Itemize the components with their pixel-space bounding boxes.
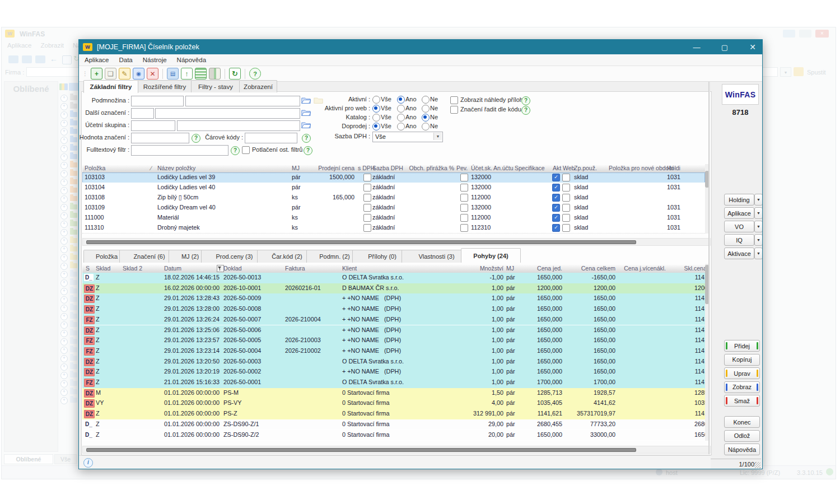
column-header-cenajed[interactable]: Cena jed.	[517, 265, 562, 272]
table-row[interactable]: FZZ21.01.2026 15:16:332026-50-0001O DELT…	[82, 377, 705, 389]
chevron-down-icon[interactable]: ▼	[754, 234, 763, 246]
hodnota-help-icon[interactable]: ?	[192, 134, 200, 143]
action-button-smaz[interactable]: Smaž	[724, 395, 760, 407]
chevron-down-icon[interactable]: ▼	[754, 194, 763, 206]
action-button-uprav[interactable]: Uprav	[724, 367, 760, 379]
radio-vse[interactable]	[372, 96, 380, 104]
maximize-button[interactable]: ▢	[715, 40, 734, 54]
cell-checkbox-akt[interactable]: ✓	[552, 204, 560, 212]
cell-checkbox-sdph[interactable]	[363, 194, 371, 202]
dalsi-oznaceni-folder-icon[interactable]	[301, 108, 311, 116]
radio-ano[interactable]	[397, 96, 405, 104]
close-button[interactable]: ✕	[743, 40, 762, 54]
cell-checkbox-akt[interactable]: ✓	[552, 184, 560, 192]
cell-checkbox-web[interactable]	[562, 224, 570, 232]
column-header-sklad[interactable]: Sklad	[96, 265, 122, 272]
column-header-datum[interactable]: Datum	[164, 265, 222, 272]
print-icon[interactable]: ▤	[167, 68, 179, 80]
radio-ano[interactable]	[397, 105, 405, 113]
column-header-holding[interactable]: Holdi	[667, 165, 705, 171]
podmnozina-folder2-icon[interactable]	[314, 96, 323, 104]
table-row[interactable]: DZZ16.02.2026 00:00:002026-10-0001202602…	[82, 283, 705, 295]
podmnozina-code-input[interactable]	[131, 96, 184, 106]
radio-ne[interactable]	[422, 114, 430, 122]
table-row[interactable]: D_Z01.01.2026 00:00:00ZS-DS90-Z/10 Start…	[82, 419, 705, 431]
movements-table-horizontal-scrollbar[interactable]	[82, 446, 711, 454]
table-row[interactable]: 111310Drobný majetekkszákladní112310✓skl…	[82, 223, 705, 234]
cell-checkbox-sdph[interactable]	[363, 224, 371, 232]
fulltext-help-icon[interactable]: ?	[231, 146, 240, 155]
column-header-cenacelkem[interactable]: Cena celkem	[565, 265, 615, 272]
cell-checkbox-pev[interactable]	[460, 194, 468, 202]
table-row[interactable]: DZM01.01.2026 00:00:00PS-M0 Startovací f…	[82, 388, 705, 399]
cell-checkbox-sdph[interactable]	[363, 214, 371, 222]
column-header-cena[interactable]: Prodejní cena	[306, 165, 354, 171]
column-header-mj[interactable]: MJ	[292, 165, 307, 171]
column-header-nazev[interactable]: Název položky	[157, 165, 290, 171]
bottom-button-konec[interactable]: Konec	[724, 416, 760, 428]
table-row[interactable]: DZZ29.01.2026 13:20:502026-50-0003O DELT…	[82, 357, 705, 368]
podmnozina-folder-icon[interactable]	[301, 96, 311, 104]
table-row[interactable]: 103103Lodičky Ladies vel 39pár1500,000zá…	[82, 172, 705, 183]
potlaceni-checkbox[interactable]	[242, 146, 250, 154]
column-header-sklad2[interactable]: Sklad 2	[123, 265, 162, 272]
delete-icon[interactable]: ✕	[147, 68, 158, 80]
table-row[interactable]: FZZ29.01.2026 13:23:572026-50-00052026-2…	[82, 335, 705, 347]
view-icon[interactable]: ◉	[133, 68, 144, 80]
dalsi-oznaceni-name-input[interactable]	[155, 108, 300, 119]
column-header-mnozstvi[interactable]: Množství	[447, 265, 503, 272]
cell-checkbox-sdph[interactable]	[363, 174, 371, 181]
copy-icon[interactable]: ❏	[105, 68, 116, 80]
filter-tab-2[interactable]: Rozšířené filtry	[137, 80, 192, 92]
chevron-down-icon[interactable]: ▼	[433, 133, 442, 140]
column-header-akt[interactable]: Akt	[553, 165, 563, 171]
splitter[interactable]	[708, 82, 710, 454]
column-header-faktura[interactable]: Faktura	[285, 265, 340, 272]
radio-vse[interactable]	[372, 114, 380, 122]
carove-help-icon[interactable]: ?	[302, 134, 311, 143]
detail-tab-9[interactable]: Pohyby (24)	[461, 248, 521, 263]
menu-item-nastroje[interactable]: Nástroje	[143, 57, 167, 63]
sidebar-dropdown-iq[interactable]: IQ	[724, 234, 754, 246]
table-row[interactable]: 103109Lodičky Dream vel 40párzákladní132…	[82, 203, 705, 213]
column-header-vicenakl[interactable]: Cena j.vícenákl.	[618, 265, 666, 272]
table-row[interactable]: DZZ29.01.2026 13:25:062026-50-0006+ +NO …	[82, 325, 705, 337]
cell-checkbox-pev[interactable]	[460, 174, 468, 181]
column-header-polozka[interactable]: Položka	[85, 165, 155, 171]
radio-ne[interactable]	[422, 96, 430, 104]
table-row[interactable]: 111000Materiálkszákladní112000✓sklad1031	[82, 213, 705, 223]
cell-checkbox-web[interactable]	[562, 184, 570, 192]
column-header-zp[interactable]: Zp.použ.	[574, 165, 606, 171]
table-row[interactable]: DZZ29.01.2026 13:28:002026-50-0008+ +NO …	[82, 304, 705, 315]
chevron-down-icon[interactable]: ▼	[754, 248, 763, 259]
chevron-down-icon[interactable]: ▼	[754, 207, 763, 219]
column-header-spec[interactable]: Specifikace	[515, 165, 548, 171]
cell-checkbox-sdph[interactable]	[363, 204, 371, 212]
radio-ano[interactable]	[397, 114, 405, 122]
ucetni-skupina-code-input[interactable]	[131, 120, 175, 131]
refresh-icon[interactable]: ↻	[229, 68, 241, 80]
podmnozina-name-input[interactable]	[185, 96, 300, 106]
column-header-pnno[interactable]: Položka pro nové období	[609, 165, 665, 171]
sidebar-dropdown-aktivace[interactable]: Aktivace	[724, 248, 754, 259]
sazba-dph-select[interactable]: Vše ▼	[372, 132, 443, 142]
list-icon[interactable]	[195, 68, 207, 80]
menu-item-aplikace[interactable]: Aplikace	[85, 57, 109, 63]
cell-checkbox-web[interactable]	[562, 204, 570, 212]
filter-checkbox-2[interactable]	[450, 106, 458, 114]
fulltext-input[interactable]	[131, 145, 228, 156]
carove-kody-input[interactable]	[245, 133, 297, 143]
radio-ne[interactable]	[422, 105, 430, 113]
help-icon[interactable]: ?	[249, 68, 261, 80]
filter-tab-1[interactable]: Základní filtry	[83, 80, 138, 93]
layout-icon[interactable]	[209, 68, 221, 80]
cell-checkbox-pev[interactable]	[460, 184, 468, 192]
column-header-obch[interactable]: Obch. přirážka %	[396, 165, 454, 171]
filter-tab-3[interactable]: Filtry - stavy	[191, 80, 240, 92]
radio-vse[interactable]	[372, 123, 380, 130]
table-row[interactable]: 103108Zip bílý ▯ 50cmks165,000základní11…	[82, 193, 705, 203]
action-button-pridej[interactable]: Přidej	[724, 340, 760, 352]
column-header-anuctu[interactable]: An.účtu	[493, 165, 515, 171]
menu-item-napoveda[interactable]: Nápověda	[177, 57, 206, 63]
column-header-ucet[interactable]: Účet.sk.	[471, 165, 493, 171]
